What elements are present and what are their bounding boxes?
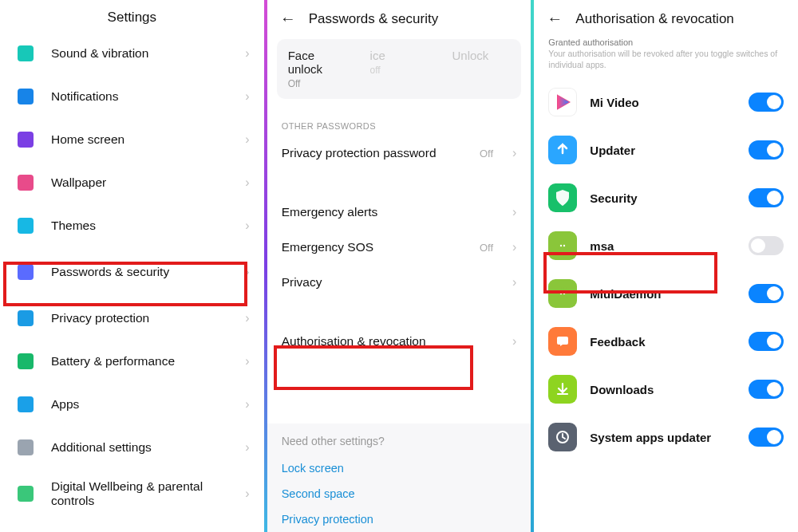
app-row: Downloads [534,365,798,413]
settings-item-icon [14,307,37,329]
settings-item[interactable]: Privacy protection › [0,297,264,340]
chevron-right-icon: › [245,219,249,233]
security-item-label: Authorisation & revocation [282,334,498,349]
settings-item-label: Sound & vibration [51,46,231,61]
page-title: Settings [108,10,156,26]
app-icon [548,375,577,404]
svg-point-7 [558,290,567,299]
settings-item-icon [14,42,37,65]
face-unlock-card[interactable]: Face unlock Off ice off Unlock [277,39,522,99]
settings-item[interactable]: Notifications › [0,75,264,118]
other-settings-link[interactable]: Privacy protection [282,506,517,532]
svg-point-2 [558,242,567,251]
app-toggle[interactable] [749,380,784,399]
settings-item[interactable]: Additional settings › [0,426,264,469]
settings-panel: Settings Sound & vibration › Notificatio… [0,0,264,532]
settings-item[interactable]: Home screen › [0,118,264,161]
security-item[interactable]: Privacy › [267,265,531,300]
app-label: MiuiDaemon [590,287,736,301]
settings-item-icon [14,128,37,151]
settings-item-label: Home screen [51,132,231,147]
settings-item-icon [14,215,37,237]
passwords-security-panel: ← Passwords & security Face unlock Off i… [267,0,531,532]
security-item-label: Emergency SOS [282,240,465,254]
chevron-right-icon: › [245,89,249,104]
face-unlock-status: Off [288,78,346,89]
security-item-label: Privacy protection password [282,146,465,160]
svg-point-11 [563,293,565,294]
settings-item-label: Digital Wellbeing & parental controls [51,479,231,508]
settings-item-label: Privacy protection [51,311,231,325]
section-label: OTHER PASSWORDS [267,107,531,136]
chevron-right-icon: › [245,311,249,325]
back-icon[interactable]: ← [547,10,563,28]
app-row: MiuiDaemon [534,270,798,317]
security-item[interactable]: Emergency SOS Off › [267,230,531,265]
app-toggle[interactable] [749,140,784,160]
settings-item-label: Wallpaper [51,175,231,190]
security-item[interactable]: Authorisation & revocation › [267,324,531,359]
settings-item[interactable]: Battery & performance › [0,340,264,383]
chevron-right-icon: › [512,334,516,349]
settings-item-icon [14,483,37,505]
settings-item[interactable]: Sound & vibration › [0,32,264,75]
app-icon [548,183,577,212]
chevron-right-icon: › [512,146,516,160]
app-label: msa [590,239,736,253]
svg-point-4 [564,239,567,242]
settings-item[interactable]: Wallpaper › [0,161,264,204]
security-item[interactable]: Privacy protection password Off › [267,136,531,171]
svg-point-6 [563,245,565,246]
app-icon [548,423,577,451]
settings-item[interactable]: Digital Wellbeing & parental controls › [0,469,264,518]
authorisation-panel: ← Authorisation & revocation Granted aut… [534,0,798,532]
app-toggle[interactable] [749,284,784,303]
settings-item[interactable]: Apps › [0,383,264,426]
app-list: Mi Video Updater Security msa MiuiDaemon… [534,78,798,532]
security-list: Privacy protection password Off › Emerge… [267,136,531,424]
app-toggle[interactable] [749,93,784,112]
app-row: msa [534,222,798,270]
app-toggle[interactable] [749,236,784,255]
back-icon[interactable]: ← [280,10,296,28]
app-label: Mi Video [590,96,736,109]
app-label: Security [590,191,736,205]
app-row: Feedback [534,317,798,365]
settings-item-label: Notifications [51,89,231,104]
other-settings-link[interactable]: Second space [282,481,517,506]
settings-item-label: Passwords & security [51,265,231,279]
svg-marker-1 [558,96,569,108]
app-icon [548,136,577,164]
svg-point-5 [560,245,562,246]
app-toggle[interactable] [749,428,784,447]
other-settings-link[interactable]: Lock screen [282,455,517,481]
app-icon [548,231,577,260]
page-title: Authorisation & revocation [575,11,733,27]
header: ← Passwords & security [267,0,531,34]
settings-item-icon [14,436,37,459]
app-toggle[interactable] [749,188,784,207]
app-label: Updater [590,144,736,157]
svg-point-3 [559,239,562,242]
security-item-label: Privacy [282,275,498,290]
svg-point-9 [564,287,567,290]
settings-item[interactable]: Themes › [0,204,264,247]
security-item[interactable]: Emergency alerts › [267,195,531,230]
settings-item[interactable]: Passwords & security › [0,247,264,297]
app-toggle[interactable] [749,332,784,351]
security-item-value: Off [480,242,493,254]
svg-rect-12 [557,337,568,345]
app-label: Downloads [590,383,736,396]
svg-point-10 [560,293,562,294]
app-icon [548,327,577,356]
description-text: Your authorisation will be revoked after… [548,49,784,70]
settings-item-icon [14,171,37,194]
svg-point-8 [559,287,562,290]
chevron-right-icon: › [245,265,249,279]
app-icon [548,88,577,116]
settings-item-icon [14,393,37,416]
chevron-right-icon: › [512,240,516,254]
chevron-right-icon: › [245,397,249,412]
chevron-right-icon: › [245,354,249,368]
header: ← Authorisation & revocation [534,0,798,34]
